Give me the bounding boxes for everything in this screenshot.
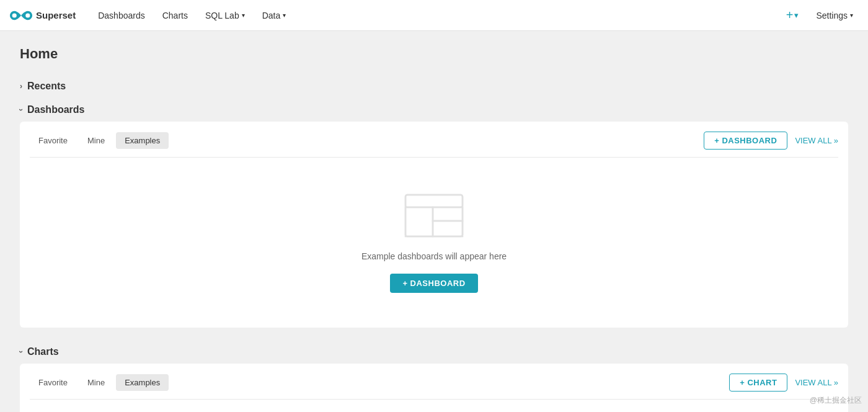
- dashboards-empty-state: Example dashboards will appear here + DA…: [30, 168, 838, 318]
- dashboards-tabs-actions: Favorite Mine Examples + DASHBOARD VIEW …: [30, 132, 838, 150]
- nav-charts[interactable]: Charts: [155, 7, 195, 24]
- settings-button[interactable]: Settings ▾: [811, 8, 858, 23]
- svg-point-0: [12, 13, 17, 17]
- dashboards-tabs: Favorite Mine Examples: [30, 132, 169, 149]
- charts-section-header[interactable]: › Charts: [20, 340, 848, 364]
- dashboards-tab-favorite[interactable]: Favorite: [30, 132, 76, 149]
- recents-chevron-icon: ›: [20, 82, 22, 91]
- charts-divider: [30, 399, 838, 400]
- charts-chevron-icon: ›: [17, 351, 25, 353]
- plus-chevron-icon: ▾: [794, 11, 799, 20]
- data-dropdown-icon: ▾: [283, 12, 286, 19]
- dashboards-section: › Dashboards Favorite Mine Examples + DA…: [20, 98, 848, 328]
- charts-tab-examples[interactable]: Examples: [116, 374, 169, 391]
- svg-rect-3: [405, 195, 463, 207]
- nav-data[interactable]: Data ▾: [255, 7, 294, 24]
- dashboards-section-header[interactable]: › Dashboards: [20, 98, 848, 122]
- charts-tab-favorite[interactable]: Favorite: [30, 374, 76, 391]
- svg-rect-5: [433, 207, 463, 221]
- charts-tabs-actions: Favorite Mine Examples + CHART VIEW ALL …: [30, 374, 838, 392]
- dashboards-section-body: Favorite Mine Examples + DASHBOARD VIEW …: [20, 122, 848, 328]
- add-button[interactable]: + ▾: [781, 6, 804, 25]
- svg-rect-6: [433, 221, 463, 236]
- nav-sql-lab[interactable]: SQL Lab ▾: [198, 7, 252, 24]
- dashboards-view-all-link[interactable]: VIEW ALL »: [795, 136, 838, 145]
- charts-actions: + CHART VIEW ALL »: [729, 374, 838, 392]
- app-logo[interactable]: Superset: [10, 9, 76, 22]
- charts-empty-state: [30, 410, 838, 412]
- charts-label: Charts: [27, 346, 59, 357]
- page-title: Home: [20, 46, 848, 62]
- nav-dashboards[interactable]: Dashboards: [91, 7, 153, 24]
- dashboards-actions: + DASHBOARD VIEW ALL »: [704, 132, 838, 150]
- dashboards-divider: [30, 157, 838, 158]
- svg-rect-4: [405, 207, 433, 236]
- nav-links: Dashboards Charts SQL Lab ▾ Data ▾: [91, 7, 781, 24]
- navbar-right: + ▾ Settings ▾: [781, 6, 858, 25]
- recents-section: › Recents: [20, 74, 848, 98]
- charts-view-all-link[interactable]: VIEW ALL »: [795, 378, 838, 387]
- dashboards-chevron-icon: ›: [17, 109, 25, 111]
- dashboards-tab-examples[interactable]: Examples: [116, 132, 169, 149]
- main-content: Home › Recents › Dashboards Favorite Min…: [0, 31, 868, 412]
- charts-tabs: Favorite Mine Examples: [30, 374, 169, 391]
- charts-section: › Charts Favorite Mine Examples + CHART …: [20, 340, 848, 412]
- app-name: Superset: [36, 10, 76, 20]
- settings-chevron-icon: ▾: [850, 12, 853, 19]
- recents-section-header[interactable]: › Recents: [20, 74, 848, 98]
- navbar: Superset Dashboards Charts SQL Lab ▾ Dat…: [0, 0, 868, 31]
- dashboards-label: Dashboards: [27, 104, 84, 115]
- add-dashboard-button[interactable]: + DASHBOARD: [704, 132, 787, 150]
- dashboards-tab-mine[interactable]: Mine: [79, 132, 113, 149]
- recents-label: Recents: [27, 81, 66, 92]
- superset-logo-icon: [10, 9, 32, 22]
- watermark: @稀土掘金社区: [810, 395, 862, 406]
- sql-lab-dropdown-icon: ▾: [242, 12, 245, 19]
- dashboards-empty-text: Example dashboards will appear here: [361, 251, 507, 261]
- charts-section-body: Favorite Mine Examples + CHART VIEW ALL …: [20, 364, 848, 412]
- charts-tab-mine[interactable]: Mine: [79, 374, 113, 391]
- svg-rect-2: [405, 195, 463, 236]
- dashboard-empty-icon: [403, 192, 465, 241]
- plus-icon: +: [786, 8, 794, 22]
- add-chart-button[interactable]: + CHART: [729, 374, 787, 392]
- svg-point-1: [25, 13, 30, 17]
- dashboards-empty-add-button[interactable]: + DASHBOARD: [390, 274, 477, 293]
